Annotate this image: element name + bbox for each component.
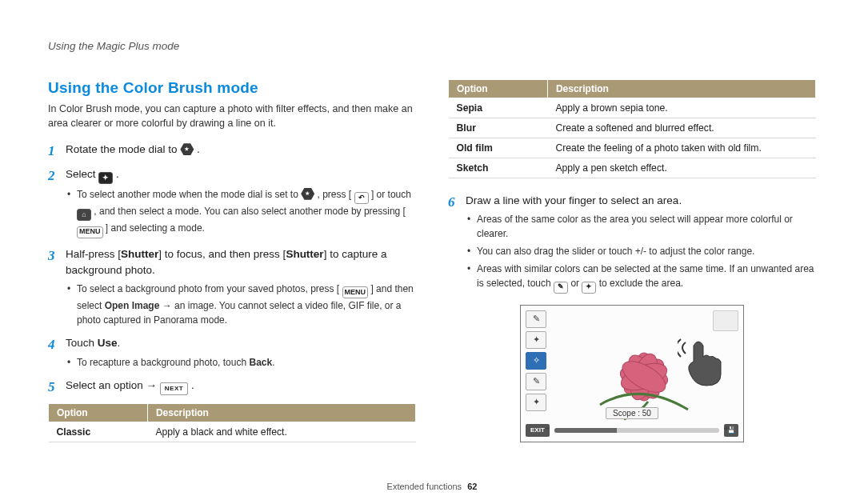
- steps-list: Rotate the mode dial to . Select ✦ . To …: [48, 142, 416, 394]
- page-footer: Extended functions 62: [0, 482, 864, 491]
- mode-dial-magic-icon: [180, 143, 194, 155]
- step-6-sub-3: Areas with similar colors can be selecte…: [466, 262, 816, 293]
- tool-selected-sparkle-icon[interactable]: ✧: [526, 352, 546, 370]
- step-1-text-pre: Rotate the mode dial to: [66, 143, 180, 155]
- back-button-icon: ↶: [354, 192, 369, 204]
- t: , and then select a mode. You can also s…: [94, 206, 406, 217]
- th-description: Description: [547, 80, 815, 98]
- t: .: [191, 379, 194, 391]
- opt-desc: Apply a brown sepia tone.: [547, 98, 815, 118]
- step-6: Draw a line with your finger to select a…: [448, 193, 816, 294]
- tool-exclude-star-icon[interactable]: ✦: [526, 394, 546, 411]
- scope-label: Scope : 50: [606, 407, 658, 419]
- step-4-sub-1: To recapture a background photo, touch B…: [66, 355, 416, 370]
- footer-page-number: 62: [467, 482, 477, 491]
- t: .: [272, 357, 274, 368]
- step-4: Touch Use. To recapture a background pho…: [48, 335, 416, 369]
- table-row: Classic Apply a black and white effect.: [49, 422, 416, 442]
- t: to exclude the area.: [599, 278, 683, 289]
- steps-list-continued: Draw a line with your finger to select a…: [448, 193, 816, 294]
- t: Select an option →: [66, 379, 160, 391]
- tool-include-brush-icon[interactable]: ✎: [526, 310, 546, 328]
- exclude-point-icon: ✦: [582, 282, 596, 294]
- t: ] or touch: [371, 189, 411, 200]
- section-title: Using the Color Brush mode: [48, 79, 416, 97]
- t: To recapture a background photo, touch: [77, 357, 249, 368]
- tool-column: ✎ ✦ ✧ ✎ ✦: [526, 310, 546, 411]
- step-3-sublist: To select a background photo from your s…: [66, 278, 416, 327]
- t: ] and selecting a mode.: [106, 222, 205, 234]
- finger-touch-icon: [678, 338, 729, 389]
- step-6-text: Draw a line with your finger to select a…: [466, 194, 682, 206]
- camera-screen: ✎ ✦ ✧ ✎ ✦: [520, 305, 744, 442]
- tool-exclude-brush-icon[interactable]: ✎: [526, 373, 546, 390]
- t: Half-press [: [66, 248, 121, 260]
- running-head: Using the Magic Plus mode: [48, 40, 816, 52]
- two-column-layout: Using the Color Brush mode In Color Brus…: [48, 79, 816, 442]
- section-intro: In Color Brush mode, you can capture a p…: [48, 102, 416, 130]
- home-touch-icon: ⌂: [77, 209, 91, 221]
- step-6-sublist: Areas of the same color as the area you …: [466, 209, 816, 293]
- opt-name: Old film: [449, 138, 548, 158]
- t: , press [: [318, 189, 352, 200]
- t: To select a background photo from your s…: [77, 283, 339, 294]
- step-4-sublist: To recapture a background photo, touch B…: [66, 352, 416, 370]
- table-row: SketchApply a pen sketch effect.: [449, 158, 816, 178]
- step-3-sub-1: To select a background photo from your s…: [66, 282, 416, 327]
- open-image-label: Open Image: [105, 300, 160, 311]
- t: ] to focus, and then press [: [158, 248, 286, 260]
- th-description: Description: [147, 403, 415, 422]
- opt-name: Blur: [449, 118, 548, 138]
- opt-name: Classic: [49, 422, 148, 442]
- step-2-text-post: .: [116, 168, 119, 180]
- tool-include-star-icon[interactable]: ✦: [526, 331, 546, 349]
- opt-desc: Apply a black and white effect.: [147, 422, 415, 442]
- step-6-sub-2: You can also drag the slider or touch +/…: [466, 244, 816, 258]
- t: .: [118, 337, 121, 349]
- table-row: Old filmCreate the feeling of a photo ta…: [449, 138, 816, 158]
- right-column: Option Description SepiaApply a brown se…: [448, 79, 816, 442]
- use-label: Use: [98, 337, 118, 349]
- back-label: Back: [249, 357, 272, 368]
- menu-button-icon: MENU: [77, 226, 103, 238]
- bottom-bar: EXIT 💾: [526, 423, 738, 438]
- step-1-text-post: .: [197, 143, 200, 155]
- mode-dial-magic-icon: [301, 188, 314, 200]
- menu-button-icon: MENU: [342, 286, 369, 298]
- opt-desc: Create a softened and blurred effect.: [547, 118, 815, 138]
- step-2: Select ✦ . To select another mode when t…: [48, 166, 416, 238]
- opt-desc: Apply a pen sketch effect.: [547, 158, 815, 178]
- step-1: Rotate the mode dial to .: [48, 142, 416, 158]
- scope-slider[interactable]: [554, 428, 719, 433]
- opt-desc: Create the feeling of a photo taken with…: [547, 138, 815, 158]
- color-brush-mode-icon: ✦: [98, 172, 113, 184]
- step-5: Select an option → NEXT .: [48, 378, 416, 395]
- next-button-icon: NEXT: [160, 382, 188, 395]
- shutter-label: Shutter: [286, 248, 323, 260]
- manual-page: Using the Magic Plus mode Using the Colo…: [0, 0, 864, 504]
- preview-thumbnail[interactable]: [713, 310, 738, 331]
- step-2-sub-1: To select another mode when the mode dia…: [66, 187, 416, 238]
- step-2-sublist: To select another mode when the mode dia…: [66, 184, 416, 238]
- step-2-text-pre: Select: [66, 168, 98, 180]
- opt-name: Sketch: [449, 158, 548, 178]
- options-table-right: Option Description SepiaApply a brown se…: [448, 79, 816, 178]
- table-row: BlurCreate a softened and blurred effect…: [449, 118, 816, 138]
- example-screenshot: ✎ ✦ ✧ ✎ ✦: [448, 305, 816, 442]
- shutter-label: Shutter: [121, 248, 158, 260]
- step-3: Half-press [Shutter] to focus, and then …: [48, 246, 416, 328]
- opt-name: Sepia: [449, 98, 548, 118]
- step-6-sub-1: Areas of the same color as the area you …: [466, 212, 816, 241]
- left-column: Using the Color Brush mode In Color Brus…: [48, 79, 416, 442]
- options-table-left: Option Description Classic Apply a black…: [48, 403, 416, 442]
- footer-section: Extended functions: [387, 482, 462, 491]
- table-row: SepiaApply a brown sepia tone.: [449, 98, 816, 118]
- exclude-brush-icon: ✎: [554, 282, 568, 294]
- t: To select another mode when the mode dia…: [77, 189, 301, 200]
- t: Touch: [66, 337, 98, 349]
- th-option: Option: [449, 80, 548, 98]
- t: or: [570, 278, 582, 289]
- th-option: Option: [49, 403, 148, 422]
